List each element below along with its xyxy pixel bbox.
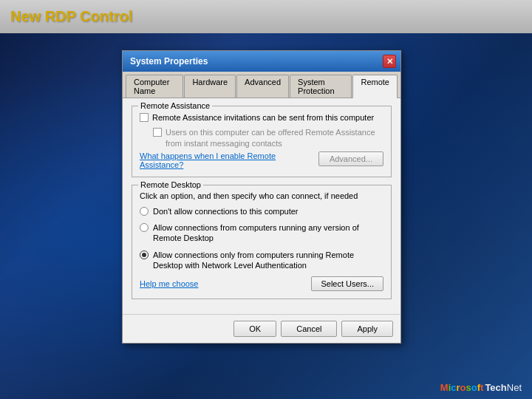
sub-checkbox-label: Users on this computer can be offered Re… — [166, 127, 383, 149]
remote-assistance-group: Remote Assistance Remote Assistance invi… — [132, 106, 392, 177]
help-me-choose-link[interactable]: Help me choose — [140, 279, 199, 288]
remote-assistance-link[interactable]: What happens when I enable Remote Assist… — [140, 151, 318, 169]
select-users-button[interactable]: Select Users... — [311, 276, 383, 291]
tab-system-protection[interactable]: System Protection — [290, 75, 352, 98]
apply-button[interactable]: Apply — [341, 321, 393, 337]
radio-row-1: Don't allow connections to this computer — [140, 206, 383, 216]
radio-no-connections[interactable] — [140, 207, 149, 216]
remote-desktop-bottom: Help me choose Select Users... — [140, 276, 383, 291]
page-title-bar: New RDP Control — [0, 0, 532, 33]
radio-label-1: Don't allow connections to this computer — [153, 206, 299, 216]
tab-advanced[interactable]: Advanced — [236, 75, 289, 98]
dialog-title: System Properties — [130, 56, 208, 66]
tab-bar: Computer Name Hardware Advanced System P… — [123, 72, 400, 98]
remote-assistance-checkbox-label: Remote Assistance invitations can be sen… — [152, 112, 374, 123]
assistance-link-row: What happens when I enable Remote Assist… — [140, 151, 383, 169]
remote-desktop-label: Remote Desktop — [138, 180, 203, 189]
radio-label-3: Allow connections only from computers ru… — [153, 250, 383, 271]
radio-any-version[interactable] — [140, 223, 149, 232]
radio-row-2: Allow connections from computers running… — [140, 222, 383, 244]
ok-button[interactable]: OK — [233, 321, 276, 337]
tab-remote[interactable]: Remote — [352, 75, 398, 98]
cancel-button[interactable]: Cancel — [281, 321, 337, 337]
sub-checkbox-row: Users on this computer can be offered Re… — [153, 127, 383, 149]
tab-computer-name[interactable]: Computer Name — [126, 75, 183, 98]
technet-name: TechNet — [485, 382, 522, 393]
advanced-button[interactable]: Advanced... — [318, 151, 383, 166]
radio-label-2: Allow connections from computers running… — [153, 222, 383, 244]
microsoft-label: Microsoft — [440, 382, 484, 393]
dialog-content: Remote Assistance Remote Assistance invi… — [123, 98, 400, 314]
close-button[interactable]: ✕ — [383, 55, 396, 68]
sub-checkbox[interactable] — [153, 128, 162, 137]
radio-nla-only[interactable] — [140, 250, 149, 259]
remote-assistance-checkbox-row: Remote Assistance invitations can be sen… — [140, 112, 383, 123]
tab-hardware[interactable]: Hardware — [184, 75, 236, 98]
remote-assistance-checkbox[interactable] — [140, 113, 149, 122]
remote-assistance-label: Remote Assistance — [138, 101, 212, 110]
instruction-text: Click an option, and then specify who ca… — [140, 191, 383, 200]
dialog-titlebar: System Properties ✕ — [123, 51, 400, 72]
system-properties-dialog: System Properties ✕ Computer Name Hardwa… — [122, 50, 401, 344]
remote-desktop-group: Remote Desktop Click an option, and then… — [132, 185, 392, 299]
technet-logo: Microsoft TechNet — [440, 382, 522, 393]
page-title: New RDP Control — [10, 8, 132, 25]
radio-row-3: Allow connections only from computers ru… — [140, 250, 383, 271]
dialog-footer: OK Cancel Apply — [123, 314, 400, 343]
